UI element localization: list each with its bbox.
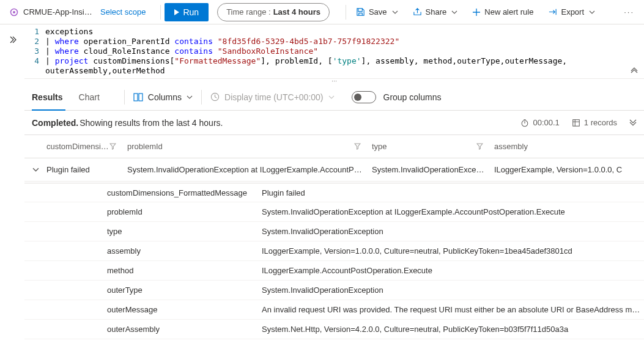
collapse-editor-icon[interactable] xyxy=(631,66,638,73)
left-rail xyxy=(0,24,24,346)
records-icon xyxy=(572,119,580,127)
toolbar-divider xyxy=(160,5,161,20)
export-button[interactable]: Export xyxy=(542,0,601,24)
detail-row: methodILoggerExample.AccountPostOperatio… xyxy=(24,261,644,281)
new-alert-button[interactable]: New alert rule xyxy=(466,0,539,24)
save-button[interactable]: Save xyxy=(350,0,404,24)
row-details: customDimensions_FormattedMessagePlugin … xyxy=(24,183,644,346)
detail-key: outerMessage xyxy=(107,305,262,314)
detail-row: outerTypeSystem.InvalidOperationExceptio… xyxy=(24,281,644,300)
chevron-down-icon xyxy=(451,9,457,15)
svg-rect-6 xyxy=(573,119,580,126)
results-divider xyxy=(124,90,125,105)
scope-name: CRMUE-App-Insig… xyxy=(23,7,95,17)
svg-point-1 xyxy=(13,11,15,13)
detail-key: outerType xyxy=(107,285,262,295)
line-gutter: 1 2 3 4 xyxy=(24,27,45,76)
select-scope-link[interactable]: Select scope xyxy=(100,7,146,17)
expand-rail-icon[interactable] xyxy=(8,35,17,44)
share-icon xyxy=(413,7,422,17)
chevron-down-icon xyxy=(392,9,398,15)
columns-icon xyxy=(133,93,143,101)
share-label: Share xyxy=(426,7,447,17)
scope-icon xyxy=(10,8,18,17)
detail-row: outerMethodSystem.Net.Http.HttpClient.Pr… xyxy=(24,339,644,346)
query-editor[interactable]: 1 2 3 4 exceptions | where operation_Par… xyxy=(24,24,644,79)
chevron-down-icon xyxy=(187,94,193,100)
display-time-button: Display time (UTC+00:00) xyxy=(210,92,334,102)
status-msg: Showing results from the last 4 hours. xyxy=(80,118,223,128)
share-button[interactable]: Share xyxy=(407,0,464,24)
cell-customdimensions: Plugin failed xyxy=(46,165,127,174)
run-button[interactable]: Run xyxy=(165,3,209,21)
detail-value: System.InvalidOperationException xyxy=(262,227,644,236)
detail-key: problemId xyxy=(107,207,262,216)
export-icon xyxy=(548,7,557,17)
col-header-assembly[interactable]: assembly xyxy=(494,142,644,151)
query-code[interactable]: exceptions | where operation_ParentId co… xyxy=(45,27,644,76)
detail-row: assemblyILoggerExample, Version=1.0.0.0,… xyxy=(24,241,644,261)
save-icon xyxy=(356,7,365,17)
cell-type: System.InvalidOperationExce… xyxy=(372,165,494,174)
scope-indicator[interactable]: CRMUE-App-Insig… xyxy=(10,7,95,17)
detail-row: outerMessageAn invalid request URI was p… xyxy=(24,300,644,320)
tab-results[interactable]: Results xyxy=(32,84,65,111)
row-expand-toggle[interactable] xyxy=(24,166,46,173)
svg-rect-2 xyxy=(134,94,138,101)
detail-key: method xyxy=(107,266,262,275)
record-count: 1 records xyxy=(572,118,617,127)
cell-problemid: System.InvalidOperationException at ILog… xyxy=(127,165,372,174)
columns-button[interactable]: Columns xyxy=(133,92,193,102)
filter-icon[interactable] xyxy=(476,143,483,150)
detail-value: ILoggerExample.AccountPostOperation.Exec… xyxy=(262,266,644,275)
detail-row: problemIdSystem.InvalidOperationExceptio… xyxy=(24,202,644,222)
chevron-down-icon xyxy=(328,94,335,100)
detail-row: outerAssemblySystem.Net.Http, Version=4.… xyxy=(24,320,644,339)
status-done: Completed. xyxy=(32,118,78,128)
group-columns-toggle[interactable] xyxy=(352,91,376,103)
expand-results-icon[interactable] xyxy=(629,119,637,127)
more-menu[interactable]: ··· xyxy=(619,7,639,17)
chevron-down-icon xyxy=(589,9,595,15)
results-grid[interactable]: customDimensi… problemId type assembly xyxy=(24,135,644,346)
detail-key: customDimensions_FormattedMessage xyxy=(107,188,262,197)
grid-header-row: customDimensi… problemId type assembly xyxy=(24,135,644,158)
save-label: Save xyxy=(369,7,387,17)
run-label: Run xyxy=(183,7,199,17)
filter-icon[interactable] xyxy=(109,143,116,150)
detail-value: An invalid request URI was provided. The… xyxy=(262,305,644,314)
detail-key: outerAssembly xyxy=(107,325,262,334)
time-range-value: Last 4 hours xyxy=(273,4,320,21)
query-duration: 00:00.1 xyxy=(520,118,559,127)
export-label: Export xyxy=(561,7,584,17)
play-icon xyxy=(174,9,179,15)
stopwatch-icon xyxy=(520,119,529,127)
col-header-problemid[interactable]: problemId xyxy=(127,142,372,151)
results-divider xyxy=(201,90,202,105)
toolbar-divider xyxy=(346,5,346,20)
svg-rect-3 xyxy=(139,94,142,101)
detail-key: type xyxy=(107,227,262,236)
group-columns-label: Group columns xyxy=(383,92,442,102)
plus-icon xyxy=(472,8,481,17)
status-line: Completed. Showing results from the last… xyxy=(24,111,644,135)
cell-assembly: ILoggerExample, Version=1.0.0.0, C xyxy=(494,165,644,174)
table-row[interactable]: Plugin failed System.InvalidOperationExc… xyxy=(24,158,644,182)
detail-value: Plugin failed xyxy=(262,188,644,197)
filter-icon[interactable] xyxy=(354,143,361,150)
detail-value: System.InvalidOperationException at ILog… xyxy=(262,207,644,216)
top-toolbar: CRMUE-App-Insig… Select scope Run Time r… xyxy=(0,0,644,24)
tab-chart[interactable]: Chart xyxy=(79,84,102,111)
time-range-picker[interactable]: Time range : Last 4 hours xyxy=(217,3,330,21)
detail-row: typeSystem.InvalidOperationException xyxy=(24,222,644,241)
detail-value: ILoggerExample, Version=1.0.0.0, Culture… xyxy=(262,246,644,256)
new-alert-label: New alert rule xyxy=(484,7,533,17)
detail-key: assembly xyxy=(107,246,262,256)
detail-row: customDimensions_FormattedMessagePlugin … xyxy=(24,183,644,202)
results-bar: Results Chart Columns Display time (UTC+… xyxy=(24,84,644,111)
col-header-type[interactable]: type xyxy=(372,142,494,151)
detail-value: System.Net.Http, Version=4.2.0.0, Cultur… xyxy=(262,325,644,334)
col-header-customdimensions[interactable]: customDimensi… xyxy=(46,142,127,151)
resize-handle[interactable]: ··· xyxy=(24,79,644,84)
detail-value: System.InvalidOperationException xyxy=(262,285,644,295)
